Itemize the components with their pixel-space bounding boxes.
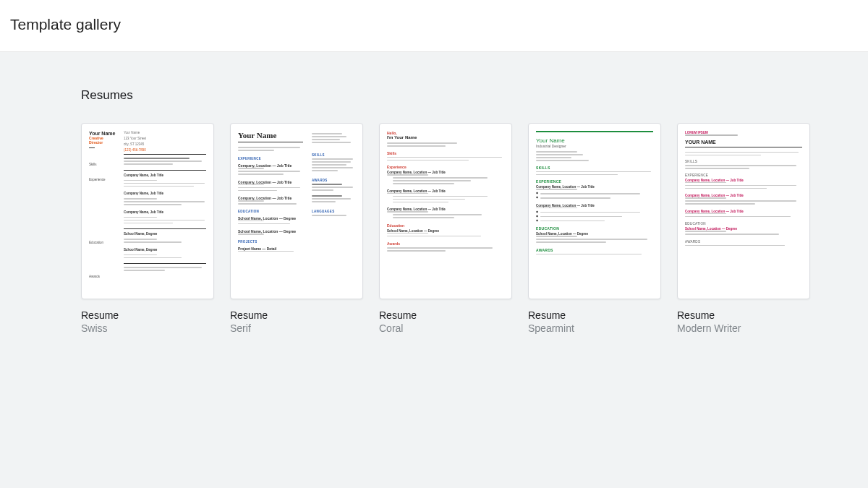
spear-name: Your Name	[536, 137, 653, 144]
spear-e0: Company Name, Location — Job Title	[536, 185, 653, 189]
spear-role: Industrial Designer	[536, 144, 653, 148]
coral-e3: School Name, Location — Degree	[387, 229, 504, 233]
coral-e0: Company Name, Location — Job Title	[387, 171, 504, 174]
template-modern-writer-subtitle: Modern Writer	[677, 322, 810, 334]
serif-e4: School Name, Location — Degree	[238, 229, 303, 234]
spear-e1: Company Name, Location — Job Title	[536, 204, 653, 207]
serif-e1: Company, Location — Job Title	[238, 180, 303, 184]
swiss-contact-0: Your Name	[124, 131, 206, 134]
template-row: Your Name Creative Director Skills Exper…	[81, 123, 868, 334]
mw-s3: AWARDS	[685, 240, 802, 244]
coral-name: I'm Your Name	[387, 135, 504, 140]
template-swiss[interactable]: Your Name Creative Director Skills Exper…	[81, 123, 214, 334]
serif-e3: School Name, Location — Degree	[238, 216, 303, 221]
mw-s1: EXPERIENCE	[685, 174, 802, 177]
template-swiss-thumbnail: Your Name Creative Director Skills Exper…	[81, 123, 214, 299]
mw-name: YOUR NAME	[685, 140, 802, 145]
template-serif[interactable]: Your Name EXPERIENCE Company, Location —…	[230, 123, 363, 334]
swiss-contact-3: (123) 456-7890	[124, 148, 206, 152]
swiss-e0: Company Name, Job Title	[124, 174, 206, 177]
section-title-resumes: Resumes	[81, 88, 868, 103]
template-swiss-subtitle: Swiss	[81, 322, 214, 334]
spear-e2: School Name, Location — Degree	[536, 232, 653, 236]
mw-e2: Company Name, Location — Job Title	[685, 210, 802, 213]
template-swiss-title: Resume	[81, 309, 214, 321]
gallery-header: Template gallery	[0, 0, 868, 52]
swiss-sec-exp: Experience	[89, 178, 118, 181]
template-modern-writer-thumbnail: LOREM IPSUM YOUR NAME SKILLS EXPERIENCE …	[677, 123, 810, 299]
serif-e2: Company, Location — Job Title	[238, 196, 303, 200]
swiss-e1: Company Name, Job Title	[124, 192, 206, 195]
spear-s0: SKILLS	[536, 166, 653, 170]
mw-e0: Company Name, Location — Job Title	[685, 179, 802, 182]
serif-name: Your Name	[238, 131, 303, 140]
swiss-sec-edu: Education	[89, 241, 118, 244]
template-serif-title: Resume	[230, 309, 363, 321]
gallery-body: Resumes Your Name Creative Director Skil…	[0, 52, 868, 488]
template-spearmint-thumbnail: Your Name Industrial Designer SKILLS EXP…	[528, 123, 661, 299]
coral-e1: Company Name, Location — Job Title	[387, 189, 504, 193]
swiss-sec-awd: Awards	[89, 275, 118, 278]
mw-e3: School Name, Location — Degree	[685, 227, 802, 231]
template-coral-subtitle: Coral	[379, 322, 512, 334]
serif-sl2: PROJECTS	[238, 240, 303, 244]
template-coral-title: Resume	[379, 309, 512, 321]
swiss-role: Creative Director	[89, 136, 118, 145]
swiss-e3: School Name, Degree	[124, 232, 206, 236]
serif-sr2: LANGUAGES	[312, 210, 355, 213]
mw-e1: Company Name, Location — Job Title	[685, 194, 802, 197]
serif-e0: Company, Location — Job Title	[238, 163, 303, 168]
template-coral[interactable]: Hello, I'm Your Name Skills Experience C…	[379, 123, 512, 334]
coral-s3: Awards	[387, 241, 504, 246]
serif-sr1: AWARDS	[312, 179, 355, 182]
mw-s2: EDUCATION	[685, 222, 802, 226]
coral-s2: Education	[387, 223, 504, 228]
coral-e2: Company Name, Location — Job Title	[387, 207, 504, 211]
serif-sl1: EDUCATION	[238, 210, 303, 213]
template-modern-writer[interactable]: LOREM IPSUM YOUR NAME SKILLS EXPERIENCE …	[677, 123, 810, 334]
template-serif-thumbnail: Your Name EXPERIENCE Company, Location —…	[230, 123, 363, 299]
mw-top: LOREM IPSUM	[685, 131, 802, 134]
template-modern-writer-title: Resume	[677, 309, 810, 321]
serif-sr0: SKILLS	[312, 153, 355, 157]
spear-s3: AWARDS	[536, 248, 653, 252]
swiss-name: Your Name	[89, 131, 118, 136]
template-spearmint[interactable]: Your Name Industrial Designer SKILLS EXP…	[528, 123, 661, 334]
template-spearmint-subtitle: Spearmint	[528, 322, 661, 334]
mw-s0: SKILLS	[685, 160, 802, 163]
spear-s2: EDUCATION	[536, 226, 653, 231]
template-spearmint-title: Resume	[528, 309, 661, 321]
template-serif-subtitle: Serif	[230, 322, 363, 334]
swiss-sec-skills: Skills	[89, 163, 118, 166]
spear-s1: EXPERIENCE	[536, 179, 653, 184]
coral-s0: Skills	[387, 151, 504, 155]
serif-e5: Project Name — Detail	[238, 247, 303, 251]
swiss-e2: Company Name, Job Title	[124, 210, 206, 214]
serif-sl0: EXPERIENCE	[238, 157, 303, 160]
gallery-title: Template gallery	[10, 16, 868, 33]
swiss-contact-2: city, ST 12345	[124, 142, 206, 146]
coral-s1: Experience	[387, 165, 504, 169]
template-coral-thumbnail: Hello, I'm Your Name Skills Experience C…	[379, 123, 512, 299]
swiss-e4: School Name, Degree	[124, 248, 206, 252]
swiss-contact-1: 123 Your Street	[124, 137, 206, 140]
